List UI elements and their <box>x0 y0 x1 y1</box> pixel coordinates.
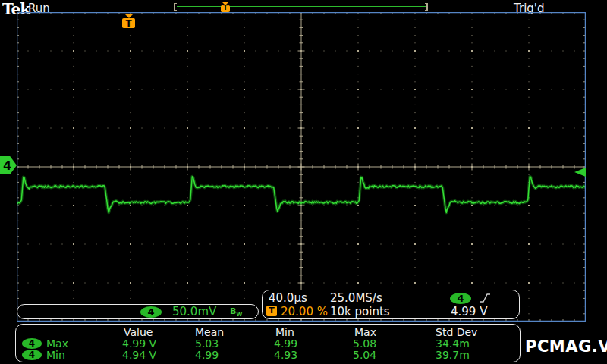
rising-edge-slope-icon <box>480 293 492 303</box>
channel-4-label: 4 <box>3 158 11 173</box>
channel-number: 4 <box>29 338 35 349</box>
sample-rate-value: 25.0MS/s <box>330 291 382 305</box>
bw-w: W <box>236 312 242 318</box>
meas-mean: 5.03 <box>195 337 219 350</box>
channel-scale-readout: 4 50.0mV BW <box>17 304 259 319</box>
measurement-table: Value Mean Min Max Std Dev 4 Max 4.99 V … <box>15 324 521 362</box>
watermark: PCMAG.VN <box>525 337 607 356</box>
meas-name: Max <box>46 337 68 350</box>
meas-row-channel-badge: 4 <box>22 350 42 360</box>
col-header-stddev: Std Dev <box>436 326 477 338</box>
channel-number: 4 <box>147 306 154 318</box>
timebase-value: 40.0µs <box>269 291 307 305</box>
vertical-scale-value: 50.0mV <box>172 305 216 318</box>
col-header-max: Max <box>354 326 376 338</box>
graticule-waveform-plot <box>17 12 586 322</box>
trigger-position-marker: T <box>122 14 135 28</box>
channel-number: 4 <box>29 350 35 360</box>
col-header-min: Min <box>275 326 294 338</box>
window-bracket-left <box>174 3 177 11</box>
bandwidth-limit-icon: BW <box>230 306 242 318</box>
meas-value: 4.94 V <box>122 349 156 361</box>
trigger-t-icon: T <box>221 5 230 12</box>
meas-mean: 4.99 <box>195 349 219 361</box>
trigger-position-icon-bar: T <box>221 2 230 12</box>
col-header-value: Value <box>124 326 153 338</box>
meas-value: 4.99 V <box>122 337 156 350</box>
meas-min: 4.99 <box>274 337 297 350</box>
meas-row-channel-badge: 4 <box>22 338 42 349</box>
trigger-level-value: 4.99 V <box>451 305 487 318</box>
channel-4-badge: 4 <box>140 306 162 318</box>
record-waveform-line <box>177 6 427 7</box>
channel-4-position-marker: 4 <box>0 156 17 174</box>
record-view-bar <box>93 2 508 11</box>
oscilloscope-screen: Tek Run T Trig'd T 4 4 50.0mV BW 40.0µs … <box>0 0 607 364</box>
meas-stddev: 39.7m <box>436 349 470 361</box>
window-bracket-right <box>425 3 428 11</box>
meas-name: Min <box>46 349 65 361</box>
record-length-value: 10k points <box>330 305 390 318</box>
meas-min: 4.93 <box>274 349 297 361</box>
trigger-source-channel: 4 <box>457 293 464 304</box>
meas-max: 5.04 <box>353 349 376 361</box>
meas-max: 5.08 <box>353 337 376 350</box>
meas-stddev: 34.4m <box>436 337 470 350</box>
trigger-source-badge: 4 <box>450 293 471 304</box>
horizontal-trigger-readout: 40.0µs 25.0MS/s 4 T 20.00 % 10k points 4… <box>262 290 520 319</box>
trigger-t-icon: T <box>122 18 135 28</box>
trigger-level-arrow-icon <box>574 168 586 177</box>
trigger-t-icon: T <box>266 306 277 316</box>
col-header-mean: Mean <box>195 326 224 338</box>
trigger-position-value: 20.00 % <box>281 305 328 318</box>
